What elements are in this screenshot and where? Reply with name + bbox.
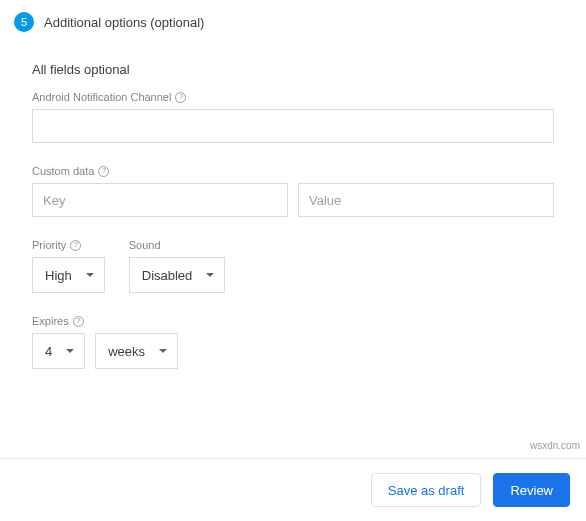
priority-label: Priority ? [32, 239, 105, 251]
watermark: wsxdn.com [530, 440, 580, 451]
android-channel-group: Android Notification Channel ? [32, 91, 554, 143]
expires-row: 4 weeks [32, 333, 554, 369]
expires-amount-select[interactable]: 4 [32, 333, 85, 369]
label-text: Priority [32, 239, 66, 251]
footer-bar: Save as draft Review [0, 458, 586, 521]
android-channel-label: Android Notification Channel ? [32, 91, 554, 103]
label-text: Custom data [32, 165, 94, 177]
custom-data-group: Custom data ? [32, 165, 554, 217]
priority-sound-row: Priority ? High Sound Disabled [32, 239, 554, 293]
review-button[interactable]: Review [493, 473, 570, 507]
form-area: All fields optional Android Notification… [0, 38, 586, 411]
expires-amount-value: 4 [45, 344, 52, 359]
expires-unit-select[interactable]: weeks [95, 333, 178, 369]
chevron-down-icon [66, 349, 74, 353]
expires-label: Expires ? [32, 315, 554, 327]
chevron-down-icon [86, 273, 94, 277]
section-heading: All fields optional [32, 62, 554, 77]
chevron-down-icon [206, 273, 214, 277]
step-header: 5 Additional options (optional) [0, 0, 586, 38]
custom-data-value-input[interactable] [298, 183, 554, 217]
sound-label: Sound [129, 239, 226, 251]
custom-data-row [32, 183, 554, 217]
help-icon[interactable]: ? [98, 166, 109, 177]
step-number-badge: 5 [14, 12, 34, 32]
expires-group: Expires ? 4 weeks [32, 315, 554, 369]
priority-value: High [45, 268, 72, 283]
step-title: Additional options (optional) [44, 15, 204, 30]
help-icon[interactable]: ? [70, 240, 81, 251]
save-as-draft-button[interactable]: Save as draft [371, 473, 482, 507]
expires-unit-value: weeks [108, 344, 145, 359]
custom-data-key-input[interactable] [32, 183, 288, 217]
label-text: Expires [32, 315, 69, 327]
custom-data-label: Custom data ? [32, 165, 554, 177]
android-channel-input[interactable] [32, 109, 554, 143]
label-text: Android Notification Channel [32, 91, 171, 103]
chevron-down-icon [159, 349, 167, 353]
priority-group: Priority ? High [32, 239, 105, 293]
sound-select[interactable]: Disabled [129, 257, 226, 293]
help-icon[interactable]: ? [175, 92, 186, 103]
help-icon[interactable]: ? [73, 316, 84, 327]
label-text: Sound [129, 239, 161, 251]
sound-group: Sound Disabled [129, 239, 226, 293]
sound-value: Disabled [142, 268, 193, 283]
priority-select[interactable]: High [32, 257, 105, 293]
